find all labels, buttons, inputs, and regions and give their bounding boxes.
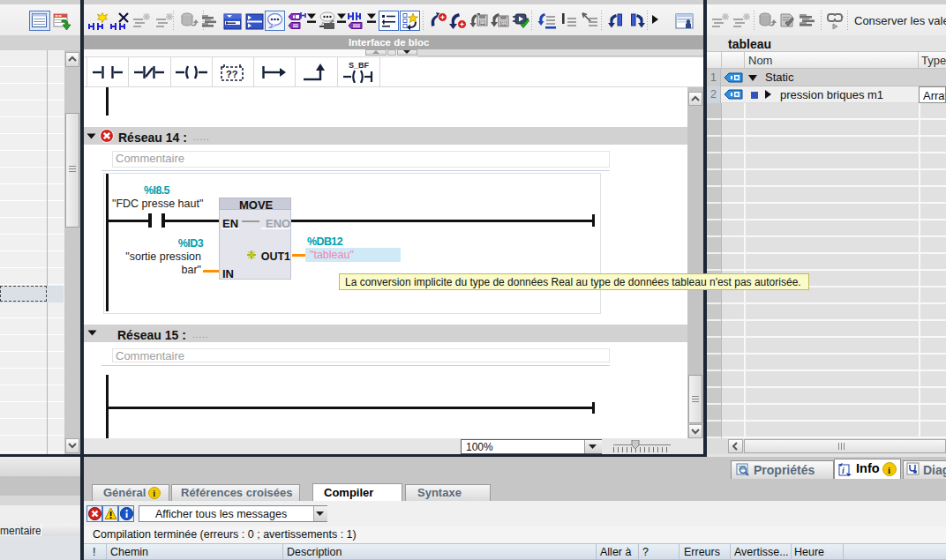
svg-text:??: ?? [226, 69, 238, 79]
svg-text:i: i [842, 466, 845, 475]
svg-text:01: 01 [480, 21, 485, 26]
svg-text:i: i [153, 489, 155, 498]
svg-text:S_BF: S_BF [349, 61, 370, 70]
svg-text:01: 01 [501, 22, 507, 26]
svg-text:i: i [888, 465, 890, 475]
